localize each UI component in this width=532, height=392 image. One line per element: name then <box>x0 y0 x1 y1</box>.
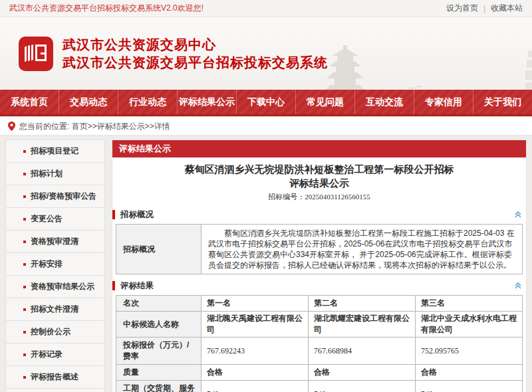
sidebar-item-eval-result-notice[interactable]: 评标结果公示 <box>6 389 104 392</box>
sidebar-item-change-notice[interactable]: 变更公告 <box>6 208 104 231</box>
breadcrumb-text[interactable]: 您当前的位置: 首页>>评标结果公示>>详情 <box>19 121 170 132</box>
bullet-icon <box>23 308 26 311</box>
sidebar-item-label: 资格预审澄清 <box>31 236 78 247</box>
sidebar-item-label: 开标记录 <box>31 349 63 360</box>
topbar: 武汉市公共资源交易平台招标投标交易系统V2.0欢迎您! 设为首页 | 收藏本站 <box>0 0 532 17</box>
overview-section-head: 招标概况 <box>112 207 522 222</box>
overview-text: 蔡甸区消泗乡兴无垸堤防洪补短板整治工程第一标段工程施工招标于2025-04-03… <box>208 228 515 270</box>
sidebar-item-control-price[interactable]: 控制价公示 <box>6 321 104 343</box>
bullet-icon <box>23 376 26 379</box>
logo <box>19 37 53 71</box>
main-panel: 评标结果公示 蔡甸区消泗乡兴无垸堤防洪补短板整治工程第一标段公开招标 评标结果公… <box>112 140 527 392</box>
cell-candidate-1: 湖北魄天禹建设工程有限公司 <box>201 312 309 338</box>
bullet-icon <box>23 173 26 175</box>
bullet-icon <box>23 150 26 153</box>
nav-item-interaction[interactable]: 互动交流 <box>355 90 414 114</box>
table-row: 工期（交货期、服务期） 540 540 540 <box>116 381 523 392</box>
sidebar-item-project-register[interactable]: 招标项目登记 <box>6 140 104 163</box>
sidebar-item-prequal-notice[interactable]: 招标/资格预审公告 <box>6 185 104 208</box>
cell-candidate-2: 湖北凯耀宏建设工程有限公司 <box>309 312 416 338</box>
sidebar-item-label: 招标项目登记 <box>31 146 78 157</box>
nav-item-about[interactable]: 关于我们 <box>473 90 532 114</box>
sidebar-item-label: 变更公告 <box>31 213 63 225</box>
overview-heading: 招标概况 <box>120 209 154 221</box>
cell-quality-2: 合格 <box>309 365 416 381</box>
table-row: 投标报价（万元）/费率 767.692243 767.668984 752.09… <box>116 338 523 365</box>
site-header: 武汉市公共资源交易中心 武汉市公共资源交易平台招标投标交易系统 <box>0 17 532 90</box>
welcome-text: 武汉市公共资源交易平台招标投标交易系统V2.0欢迎您! <box>9 3 203 14</box>
sidebar-item-label: 控制价公示 <box>31 326 70 338</box>
sidebar-item-prequal-result[interactable]: 资格预审结果公示 <box>6 276 104 298</box>
cell-duration-1: 540 <box>201 381 309 392</box>
bullet-icon <box>23 286 26 288</box>
pagoda-edge-icon <box>525 50 532 90</box>
nav-item-industry-news[interactable]: 行业动态 <box>118 90 178 114</box>
table-row: 招标概况 蔡甸区消泗乡兴无垸堤防洪补短板整治工程第一标段工程施工招标于2025-… <box>116 225 523 274</box>
overview-row-label: 招标概况 <box>116 225 201 274</box>
cell-candidate-3: 湖北中业天成水利水电工程有限公司 <box>416 312 523 338</box>
bullet-icon <box>23 241 26 243</box>
cell-rank-3: 第三名 <box>416 296 523 312</box>
breadcrumb: 您当前的位置: 首页>>评标结果公示>>详情 <box>0 118 532 136</box>
collapse-icon[interactable] <box>514 211 522 219</box>
org-name: 武汉市公共资源交易中心 <box>63 36 328 54</box>
sidebar-item-label: 招标/资格预审公告 <box>31 191 96 202</box>
row-label: 质量 <box>116 365 201 381</box>
row-label: 名次 <box>116 296 201 312</box>
bullet-icon <box>23 195 26 198</box>
notice-title-line2: 评标结果公示 <box>118 176 521 190</box>
nav-item-faq[interactable]: 常见问题 <box>296 90 355 114</box>
pagoda-watermark-icon <box>324 44 366 90</box>
cell-duration-3: 540 <box>416 381 523 392</box>
cell-rank-1: 第一名 <box>201 296 309 312</box>
cell-price-2: 767.668984 <box>309 338 416 365</box>
sidebar-item-label: 开标安排 <box>31 258 63 270</box>
result-heading: 评标结果 <box>120 280 154 292</box>
nav-item-eval-results[interactable]: 评标结果公示 <box>178 90 237 114</box>
sidebar-item-eval-report[interactable]: 评标报告概述 <box>6 366 104 389</box>
favorite-link[interactable]: 收藏本站 <box>491 3 523 14</box>
collapse-icon[interactable] <box>514 282 522 290</box>
sidebar-item-opening-schedule[interactable]: 开标安排 <box>6 253 104 276</box>
sidebar-item-doc-clarify[interactable]: 招标文件澄清 <box>6 298 104 321</box>
bid-number: 招标编号：202504031126560155 <box>118 192 521 202</box>
section-banner: 评标结果公示 <box>112 140 526 157</box>
section-accent-bar <box>112 210 115 219</box>
sidebar-item-label: 资格预审结果公示 <box>31 281 94 292</box>
row-label: 工期（交货期、服务期） <box>116 381 201 392</box>
bullet-icon <box>23 218 26 221</box>
location-pin-icon <box>8 122 15 131</box>
sidebar-item-label: 招标计划 <box>31 168 63 179</box>
cell-quality-3: 合格 <box>416 365 523 381</box>
cell-quality-1: 合格 <box>201 365 309 381</box>
sidebar-item-bid-plan[interactable]: 招标计划 <box>6 163 104 185</box>
sidebar: 招标项目登记 招标计划 招标/资格预审公告 变更公告 资格预审澄清 开标安排 资… <box>5 140 105 392</box>
table-row: 质量 合格 合格 合格 <box>116 365 523 381</box>
result-section-head: 评标结果 <box>112 278 522 293</box>
table-row: 中标候选人名称 湖北魄天禹建设工程有限公司 湖北凯耀宏建设工程有限公司 湖北中业… <box>116 312 523 338</box>
cell-price-3: 752.095765 <box>416 338 523 365</box>
cell-price-1: 767.692243 <box>201 338 309 365</box>
nav-item-downloads[interactable]: 下载中心 <box>237 90 296 114</box>
sidebar-item-prequal-clarify[interactable]: 资格预审澄清 <box>6 231 104 253</box>
bullet-icon <box>23 331 26 334</box>
nav-item-trade-news[interactable]: 交易动态 <box>59 90 118 114</box>
overview-table: 招标概况 蔡甸区消泗乡兴无垸堤防洪补短板整治工程第一标段工程施工招标于2025-… <box>116 224 523 274</box>
sidebar-item-label: 招标文件澄清 <box>31 304 78 315</box>
section-accent-bar <box>112 281 115 290</box>
row-label: 中标候选人名称 <box>116 312 201 338</box>
notice-title-line1: 蔡甸区消泗乡兴无垸堤防洪补短板整治工程第一标段公开招标 <box>118 162 521 176</box>
birds-icon <box>407 85 424 90</box>
sidebar-item-opening-record[interactable]: 开标记录 <box>6 343 104 366</box>
system-name: 武汉市公共资源交易平台招标投标交易系统 <box>63 54 328 72</box>
bullet-icon <box>23 353 26 356</box>
bullet-icon <box>23 263 26 266</box>
sidebar-item-label: 评标报告概述 <box>31 371 78 383</box>
nav-item-expert-credit[interactable]: 专家信用 <box>414 90 473 114</box>
nav-item-home[interactable]: 系统首页 <box>0 90 59 114</box>
row-label: 投标报价（万元）/费率 <box>116 338 201 365</box>
table-row: 名次 第一名 第二名 第三名 <box>116 296 523 312</box>
set-home-link[interactable]: 设为首页 <box>446 3 478 14</box>
topbar-separator: | <box>483 4 485 13</box>
result-table: 名次 第一名 第二名 第三名 中标候选人名称 湖北魄天禹建设工程有限公司 湖北凯… <box>116 295 523 392</box>
